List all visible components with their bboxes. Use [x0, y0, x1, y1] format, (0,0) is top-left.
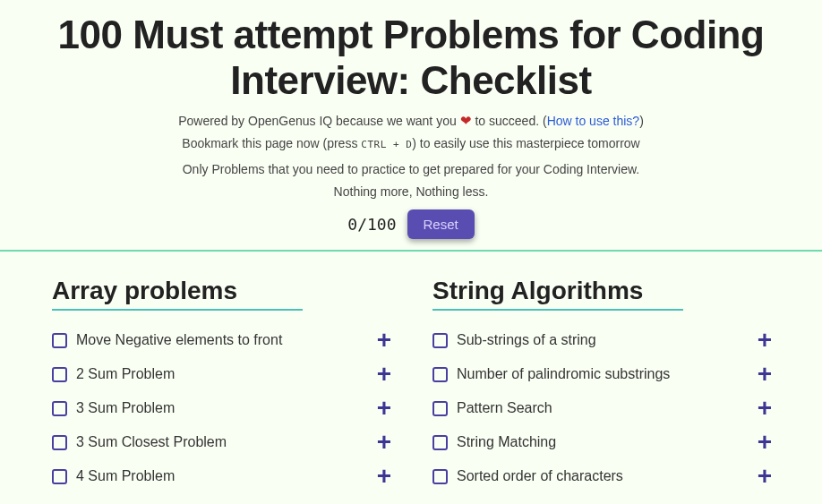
- bookmark-b: ) to easily use this masterpiece tomorro…: [412, 136, 639, 150]
- list-item: 2 Sum Problem+: [52, 357, 395, 391]
- checkbox[interactable]: [432, 333, 448, 348]
- col-string: String Algorithms Sub-strings of a strin…: [432, 277, 775, 493]
- expand-icon[interactable]: +: [373, 362, 395, 387]
- expand-icon[interactable]: +: [754, 396, 775, 421]
- item-label: 4 Sum Problem: [76, 468, 373, 484]
- progress-row: 0/100 Reset: [0, 209, 822, 239]
- item-label: Number of palindromic substrings: [457, 366, 754, 382]
- progress-counter: 0/100: [347, 215, 396, 234]
- expand-icon[interactable]: +: [373, 464, 395, 489]
- checkbox[interactable]: [432, 435, 448, 450]
- list-item: Pattern Search+: [432, 391, 775, 425]
- bookmark-line: Bookmark this page now (press CTRL + D) …: [0, 135, 822, 152]
- list-item: Move Negative elements to front+: [52, 323, 395, 357]
- list-item: Sorted order of characters+: [432, 459, 775, 493]
- checkbox[interactable]: [432, 469, 448, 484]
- expand-icon[interactable]: +: [373, 396, 395, 421]
- checkbox[interactable]: [52, 367, 67, 382]
- list-item: 3 Sum Problem+: [52, 391, 395, 425]
- columns: Array problems Move Negative elements to…: [0, 252, 822, 493]
- expand-icon[interactable]: +: [373, 430, 395, 455]
- item-label: Sub-strings of a string: [457, 332, 754, 348]
- item-label: Sorted order of characters: [457, 468, 754, 484]
- expand-icon[interactable]: +: [754, 430, 775, 455]
- powered-text-c: ): [639, 114, 644, 128]
- list-item: String Matching+: [432, 425, 775, 459]
- item-label: 3 Sum Closest Problem: [76, 434, 373, 450]
- item-label: Move Negative elements to front: [76, 332, 373, 348]
- list-item: Number of palindromic substrings+: [432, 357, 775, 391]
- list-item: Sub-strings of a string+: [432, 323, 775, 357]
- heading-array: Array problems: [52, 277, 303, 311]
- expand-icon[interactable]: +: [754, 328, 775, 353]
- expand-icon[interactable]: +: [373, 328, 395, 353]
- page-title: 100 Must attempt Problems for Coding Int…: [0, 0, 822, 107]
- col-array: Array problems Move Negative elements to…: [52, 277, 395, 493]
- checkbox[interactable]: [52, 333, 67, 348]
- checkbox[interactable]: [432, 401, 448, 416]
- checkbox[interactable]: [52, 435, 67, 450]
- heart-icon: ❤: [460, 113, 472, 128]
- heading-string: String Algorithms: [432, 277, 683, 311]
- how-to-use-link[interactable]: How to use this?: [547, 114, 640, 128]
- item-label: 2 Sum Problem: [76, 366, 373, 382]
- reset-button[interactable]: Reset: [407, 209, 475, 239]
- list-item: 3 Sum Closest Problem+: [52, 425, 395, 459]
- powered-text-a: Powered by OpenGenus IQ because we want …: [178, 114, 459, 128]
- checkbox[interactable]: [432, 367, 448, 382]
- expand-icon[interactable]: +: [754, 362, 775, 387]
- tagline-1: Only Problems that you need to practice …: [0, 161, 822, 178]
- powered-by-line: Powered by OpenGenus IQ because we want …: [0, 112, 822, 130]
- item-label: Pattern Search: [457, 400, 754, 416]
- checkbox[interactable]: [52, 401, 67, 416]
- item-label: String Matching: [457, 434, 754, 450]
- kbd-ctrl-d: CTRL + D: [361, 139, 412, 150]
- bookmark-a: Bookmark this page now (press: [182, 136, 361, 150]
- checkbox[interactable]: [52, 469, 67, 484]
- item-label: 3 Sum Problem: [76, 400, 373, 416]
- list-item: 4 Sum Problem+: [52, 459, 395, 493]
- expand-icon[interactable]: +: [754, 464, 775, 489]
- tagline-2: Nothing more, Nothing less.: [0, 184, 822, 201]
- powered-text-b: to succeed. (: [475, 114, 546, 128]
